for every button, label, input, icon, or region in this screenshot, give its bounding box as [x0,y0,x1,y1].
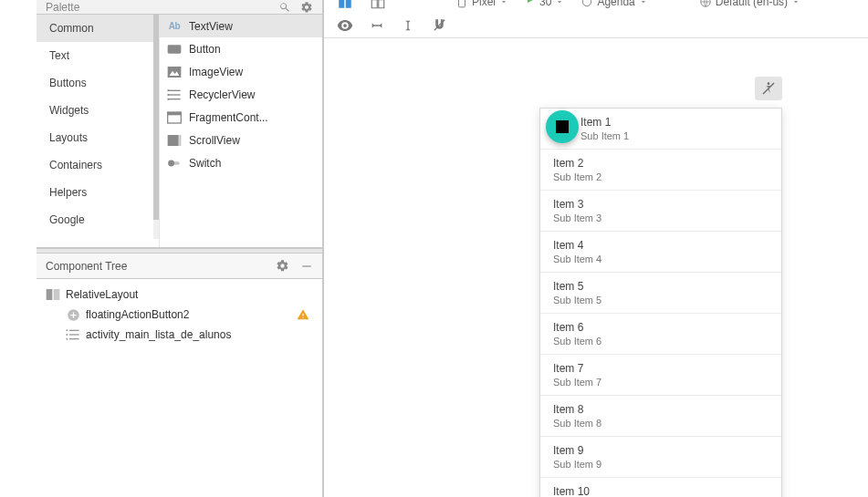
pan-vertical-icon[interactable] [401,18,415,33]
svg-point-26 [583,0,591,6]
svg-point-6 [167,89,169,91]
list-item-title: Item 4 [553,239,769,252]
svg-point-8 [167,98,169,99]
palette-widgets: AbTextViewButtonImageViewRecyclerViewFra… [160,15,322,247]
svg-rect-11 [168,135,179,146]
list-item: Item 3Sub Item 3 [540,191,781,232]
tree-collapse-icon[interactable] [300,260,313,273]
tree-node-label: floatingActionButton2 [86,308,189,321]
svg-rect-17 [54,289,60,300]
pan-horizontal-icon[interactable] [370,18,384,33]
palette-widget-scrollview[interactable]: ScrollView [160,129,322,151]
list-item-title: Item 7 [553,362,769,375]
list-item-subtitle: Sub Item 9 [553,459,769,470]
list-item: Item 9Sub Item 9 [540,437,781,478]
palette-widget-textview[interactable]: AbTextView [160,15,322,37]
palette-category-buttons[interactable]: Buttons [37,69,159,97]
palette-widget-switch[interactable]: Switch [160,151,322,174]
svg-rect-10 [168,112,182,115]
palette-category-google[interactable]: Google [37,206,159,233]
textview-icon: Ab [167,19,182,34]
magnet-icon[interactable] [432,17,447,33]
palette-search-icon[interactable] [278,1,291,14]
palette-widget-fragment[interactable]: FragmentCont... [160,106,322,129]
svg-point-28 [343,24,347,27]
svg-point-30 [768,82,770,85]
widget-label: RecyclerView [189,88,255,101]
list-item-subtitle: Sub Item 5 [553,295,769,305]
tree-node[interactable]: floatingActionButton2 [37,305,322,325]
device-selector[interactable]: Pixel [455,0,508,8]
warning-icon [297,308,309,321]
locale-label: Default (en-us) [716,0,788,8]
list-item: Item 10Sub Item 10 [540,478,781,497]
list-item-subtitle: Sub Item 3 [553,212,769,223]
list-item-subtitle: Sub Item 2 [553,171,769,182]
palette-widget-recyclerview[interactable]: RecyclerView [160,83,322,106]
tree-node-label: activity_main_lista_de_alunos [86,328,231,341]
widget-label: TextView [189,20,233,33]
palette-category-layouts[interactable]: Layouts [37,124,159,151]
component-tree: RelativeLayoutfloatingActionButton2activ… [37,279,322,350]
canvas[interactable]: Item 1Sub Item 1Item 2Sub Item 2Item 3Su… [324,38,868,497]
preview-sub-toolbar [324,13,868,38]
left-panel: Palette CommonTextButtonsWidgetsLayoutsC… [37,0,323,497]
design-surface: Pixel 30 Agenda Default (en-us) [323,0,868,497]
palette-settings-icon[interactable] [300,1,313,14]
tree-settings-icon[interactable] [276,259,289,273]
widget-label: Button [189,43,221,56]
palette-category-containers[interactable]: Containers [37,151,159,179]
palette-widget-button[interactable]: Button [160,37,322,60]
svg-point-24 [66,338,68,340]
list-item: Item 6Sub Item 6 [540,314,781,355]
preview-top-toolbar: Pixel 30 Agenda Default (en-us) [324,0,868,13]
svg-rect-25 [459,0,465,7]
device-label: Pixel [472,0,496,8]
palette-header: Palette [37,0,322,15]
listview-icon [66,327,80,342]
list-item-title: Item 1 [580,116,769,129]
list-item-title: Item 2 [553,157,769,170]
locale-selector[interactable]: Default (en-us) [699,0,800,8]
api-selector[interactable]: 30 [525,0,564,8]
button-icon [167,42,182,57]
list-item-title: Item 3 [553,198,769,211]
switch-icon [167,156,182,171]
tree-node[interactable]: RelativeLayout [37,285,322,305]
list-item: Item 2Sub Item 2 [540,150,781,191]
api-label: 30 [539,0,551,8]
palette-category-helpers[interactable]: Helpers [37,179,159,206]
theme-selector[interactable]: Agenda [580,0,647,8]
palette-category-widgets[interactable]: Widgets [37,97,159,124]
list-item: Item 8Sub Item 8 [540,396,781,437]
palette-widget-imageview[interactable]: ImageView [160,60,322,83]
tree-node[interactable]: activity_main_lista_de_alunos [37,325,322,345]
palette-category-text[interactable]: Text [37,42,159,69]
list-item: Item 5Sub Item 5 [540,273,781,314]
palette-category-common[interactable]: Common [37,15,159,42]
fab-preview [546,110,579,143]
accessibility-toggle-icon[interactable] [755,77,782,100]
recyclerview-icon [167,88,182,102]
fragment-icon [167,110,182,125]
svg-rect-0 [168,45,182,53]
list-item-title: Item 9 [553,444,769,457]
design-mode-icon[interactable] [337,0,353,10]
imageview-icon [167,65,182,79]
view-options-icon[interactable] [337,17,353,34]
palette-scrollbar[interactable] [153,15,159,239]
palette-body: CommonTextButtonsWidgetsLayoutsContainer… [37,15,322,248]
svg-rect-12 [179,135,181,146]
scrollview-icon [167,133,182,148]
tree-node-label: RelativeLayout [66,288,138,301]
blueprint-mode-icon[interactable] [370,0,386,10]
svg-point-7 [167,94,169,96]
svg-point-22 [66,329,68,331]
svg-point-14 [168,160,174,166]
list-item-subtitle: Sub Item 7 [553,377,769,388]
svg-rect-16 [47,289,53,300]
list-item-subtitle: Sub Item 1 [580,130,769,141]
svg-rect-1 [168,67,182,78]
list-item-title: Item 6 [553,321,769,334]
theme-label: Agenda [597,0,634,8]
